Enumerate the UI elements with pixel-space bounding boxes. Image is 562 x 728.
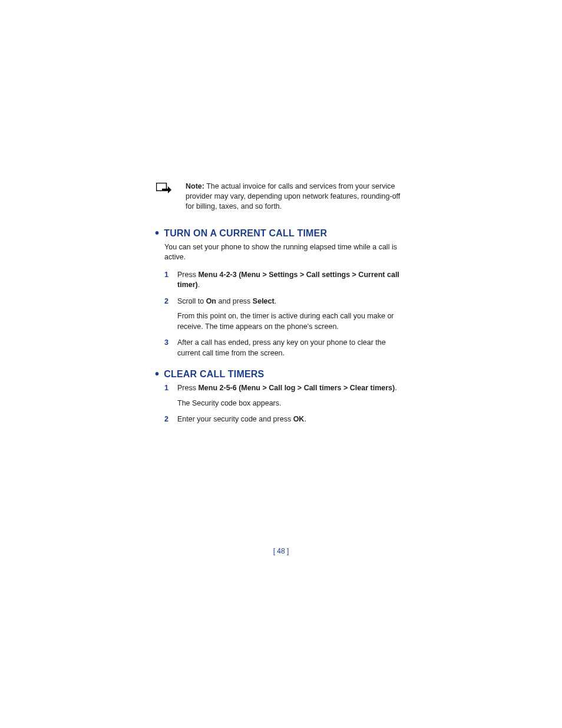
note-text: Note: The actual invoice for calls and s… (186, 182, 404, 212)
step-2: 2 Scroll to On and press Select. From th… (164, 297, 404, 332)
section-heading-clear-timers: CLEAR CALL TIMERS (155, 369, 404, 380)
section-heading-turn-on-timer: TURN ON A CURRENT CALL TIMER (155, 228, 404, 239)
step-1: 1 Press Menu 4-2-3 (Menu > Settings > Ca… (164, 270, 404, 291)
section1-intro: You can set your phone to show the runni… (164, 242, 404, 263)
step-2: 2 Enter your security code and press OK. (164, 414, 404, 425)
note-body: The actual invoice for calls and service… (186, 182, 400, 210)
step-number: 1 (164, 383, 168, 394)
page-number: [ 48 ] (0, 547, 562, 555)
note-arrow-icon (156, 183, 175, 197)
page-content: Note: The actual invoice for calls and s… (156, 182, 404, 436)
step-number: 3 (164, 338, 168, 348)
step-3: 3 After a call has ended, press any key … (164, 338, 404, 358)
step-number: 2 (164, 414, 168, 425)
section1-steps: 1 Press Menu 4-2-3 (Menu > Settings > Ca… (164, 270, 404, 359)
step-number: 1 (164, 270, 168, 281)
section2-steps: 1 Press Menu 2-5-6 (Menu > Call log > Ca… (164, 383, 404, 425)
note-label: Note: (186, 182, 204, 190)
step-1: 1 Press Menu 2-5-6 (Menu > Call log > Ca… (164, 383, 404, 409)
note-block: Note: The actual invoice for calls and s… (156, 182, 404, 212)
step-number: 2 (164, 297, 168, 307)
step-2-follow: From this point on, the timer is active … (177, 311, 404, 332)
step-1-follow: The Security code box appears. (177, 398, 404, 409)
